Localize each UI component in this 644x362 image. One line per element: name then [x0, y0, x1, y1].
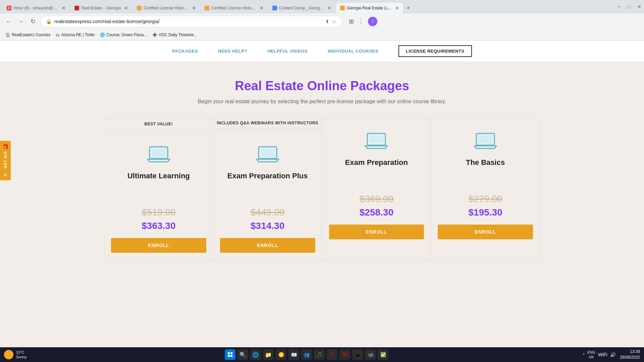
laptop-icon-exam-plus — [256, 145, 279, 165]
close-window-button[interactable]: ✕ — [637, 4, 641, 9]
tab-docs-close[interactable]: ✕ — [327, 5, 331, 11]
package-card-basics: The Basics $279.00 $195.30 ENROLL — [431, 118, 540, 261]
svg-rect-11 — [483, 145, 488, 146]
favicon-docs — [272, 6, 277, 10]
original-price-exam: $369.00 — [360, 194, 393, 204]
share-icon[interactable]: ⬆ — [325, 19, 329, 24]
bookmark-course[interactable]: 🌐 Course: Green Fisca... — [100, 33, 147, 37]
taskbar-netflix[interactable]: N — [339, 349, 350, 360]
taskbar-edge[interactable]: 🌐 — [250, 349, 261, 360]
bookmark-arizona[interactable]: 🗂 Arizona RE | Trello — [56, 33, 95, 37]
taskbar-right: ^ ENGUK WiFi 🔊 13:39 29/08/2022 — [583, 349, 640, 360]
tab-active-label: Georgia Real Estate License... — [347, 6, 392, 10]
tab-active-close[interactable]: ✕ — [395, 5, 399, 11]
sale-price-basics: $195.30 — [469, 207, 502, 218]
bookmark-vgc[interactable]: ➕ VGC Daily Timeshe... — [152, 33, 197, 37]
tab-gmail-label: Inbox (9) - ishaansh@vong... — [13, 6, 58, 10]
tab-cert2-close[interactable]: ✕ — [260, 5, 264, 11]
package-card-exam-plus: INCLUDES Q&A WEBINARS WITH INSTRUCTORS E… — [213, 118, 322, 261]
address-bar-row: ← → ↻ 🔒 realestateexpress.com/real-estat… — [0, 13, 644, 29]
bookmark-realestateu[interactable]: 🏠 RealEstateU Courses — [5, 33, 50, 37]
package-name-exam-plus: Exam Preparation Plus — [227, 172, 308, 180]
package-name-basics: The Basics — [466, 158, 505, 167]
taskbar-files[interactable]: 📁 — [263, 349, 274, 360]
taskbar-spotify[interactable]: 🎵 — [314, 349, 325, 360]
tab-cert2[interactable]: Certified License History O... ✕ — [201, 3, 268, 13]
weather-desc: Sunny — [16, 355, 26, 359]
tab-gmail-close[interactable]: ✕ — [62, 5, 66, 11]
favicon-cert1 — [137, 6, 142, 10]
sale-price-exam-plus: $314.30 — [251, 221, 284, 231]
tab-realtor[interactable]: Real Estate – Georgia ✕ — [70, 3, 132, 13]
enroll-button-ultimate[interactable]: ENROLL — [111, 238, 206, 253]
svg-rect-7 — [369, 135, 384, 143]
side-widget-close-button[interactable]: ✕ — [3, 172, 7, 178]
tray-volume[interactable]: 🔊 — [610, 352, 616, 357]
window-controls: ─ □ ✕ — [618, 4, 641, 9]
bookmark-icon[interactable]: ☆ — [332, 19, 336, 24]
enroll-button-basics[interactable]: ENROLL — [438, 225, 533, 239]
tab-gmail[interactable]: M Inbox (9) - ishaansh@vong... ✕ — [3, 3, 70, 13]
tab-docs[interactable]: Content Dump _Georgia.do... ✕ — [268, 3, 335, 13]
forward-button[interactable]: → — [16, 17, 25, 26]
taskbar-left: 13°C Sunny — [4, 350, 31, 360]
nav-individual-courses[interactable]: INDIVIDUAL COURSES — [328, 49, 378, 54]
menu-icon[interactable]: ⋮ — [357, 16, 365, 26]
enroll-button-exam-plus[interactable]: ENROLL — [220, 238, 315, 253]
back-button[interactable]: ← — [4, 17, 13, 26]
nav-license-requirements[interactable]: LICENSE REQUIREMENTS — [398, 45, 472, 57]
svg-rect-13 — [230, 352, 232, 354]
taskbar-start[interactable] — [225, 349, 235, 360]
taskbar-chrome[interactable]: 🟡 — [276, 349, 286, 360]
taskbar-zoom[interactable]: 📹 — [365, 349, 376, 360]
taskbar-aws[interactable]: ☁ — [352, 349, 363, 360]
taskbar-center: 🔍 🌐 📁 🟡 📧 👥 🎵 P N ☁ 📹 — [31, 349, 583, 360]
user-avatar[interactable]: I — [368, 17, 377, 26]
badge-webinars: INCLUDES Q&A WEBINARS WITH INSTRUCTORS — [213, 118, 322, 128]
svg-rect-8 — [374, 145, 379, 146]
system-tray: ^ ENGUK WiFi 🔊 — [583, 350, 615, 360]
tab-cert1-close[interactable]: ✕ — [192, 5, 196, 11]
original-price-exam-plus: $449.00 — [251, 207, 284, 218]
taskbar-search[interactable]: 🔍 — [237, 349, 248, 360]
package-card-ultimate: BEST VALUE! Ultimate Learning $519.00 $3… — [104, 118, 213, 261]
url-text: realestateexpress.com/real-estate-licens… — [54, 19, 323, 24]
enroll-button-exam[interactable]: ENROLL — [329, 225, 424, 239]
new-tab-button[interactable]: + — [404, 5, 413, 12]
reload-button[interactable]: ↻ — [28, 17, 38, 26]
weather-widget: 13°C Sunny — [4, 350, 26, 360]
taskbar-mail[interactable]: 📧 — [288, 349, 299, 360]
minimize-button[interactable]: ─ — [618, 4, 621, 9]
clock-time: 13:39 — [620, 349, 640, 355]
nav-need-help[interactable]: NEED HELP? — [218, 49, 247, 54]
tab-active[interactable]: Georgia Real Estate License... ✕ — [336, 3, 403, 13]
bookmark-arizona-icon: 🗂 — [56, 33, 60, 37]
weather-text: 13°C Sunny — [16, 350, 26, 360]
badge-best-value: BEST VALUE! — [104, 118, 213, 130]
nav-helpful-videos[interactable]: HELPFUL VIDEOS — [267, 49, 307, 54]
sale-price-ultimate: $363.30 — [142, 221, 175, 231]
svg-rect-4 — [260, 148, 275, 157]
tab-cert1[interactable]: Certified License History O... ✕ — [133, 3, 200, 13]
svg-rect-14 — [228, 355, 230, 357]
address-bar[interactable]: 🔒 realestateexpress.com/real-estate-lice… — [40, 16, 342, 27]
weather-temp: 13°C — [16, 350, 26, 355]
bookmark-course-icon: 🌐 — [100, 33, 105, 37]
tab-realtor-close[interactable]: ✕ — [124, 5, 128, 11]
extensions-icon[interactable]: ⊞ — [347, 16, 355, 26]
svg-rect-15 — [230, 355, 232, 357]
taskbar-todo[interactable]: ✅ — [378, 349, 388, 360]
bookmark-course-label: Course: Green Fisca... — [106, 33, 147, 37]
toolbar-icons: ⊞ ⋮ — [347, 16, 365, 26]
side-widget[interactable]: 🎁 GET $25 ✕ — [0, 141, 11, 180]
bookmark-vgc-label: VGC Daily Timeshe... — [159, 33, 197, 37]
favicon-cert2 — [205, 6, 209, 10]
svg-rect-5 — [265, 159, 270, 160]
taskbar-pinterest[interactable]: P — [327, 349, 337, 360]
tray-wifi[interactable]: WiFi — [598, 352, 607, 357]
nav-packages[interactable]: PACKAGES — [172, 49, 198, 54]
system-clock[interactable]: 13:39 29/08/2022 — [620, 349, 640, 360]
maximize-button[interactable]: □ — [628, 4, 631, 9]
tray-chevron[interactable]: ^ — [583, 352, 585, 357]
taskbar-teams[interactable]: 👥 — [301, 349, 312, 360]
